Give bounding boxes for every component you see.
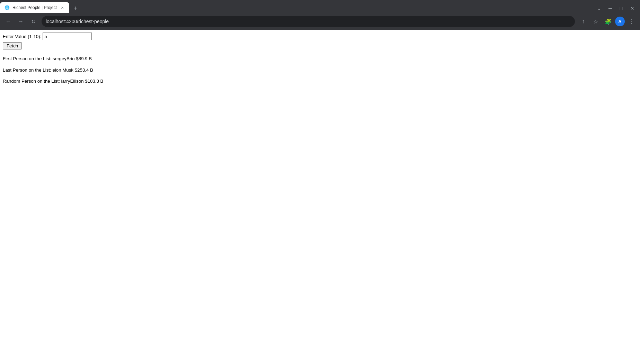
back-button[interactable]: ← [3,16,14,27]
close-window-button[interactable]: ✕ [628,3,637,13]
random-person-result: Random Person on the List: larryEllison … [3,78,637,85]
value-input[interactable] [43,33,92,40]
tab-bar-controls: ⌄ ─ □ ✕ [594,3,640,13]
active-tab[interactable]: 🌐 Richest People | Project ✕ [0,2,69,13]
dropdown-button[interactable]: ⌄ [594,3,604,13]
input-form-row: Enter Value (1-10): [3,33,637,40]
reload-button[interactable]: ↻ [28,16,39,27]
page-content: Enter Value (1-10): Fetch First Person o… [0,30,640,364]
new-tab-button[interactable]: + [71,3,80,13]
share-button[interactable]: ↑ [578,16,589,27]
minimize-button[interactable]: ─ [605,3,615,13]
tab-close-button[interactable]: ✕ [60,5,65,10]
maximize-button[interactable]: □ [616,3,626,13]
extensions-button[interactable]: 🧩 [603,16,614,27]
tab-title: Richest People | Project [12,5,57,10]
address-bar: ← → ↻ localhost:4200/richest-people ↑ ☆ … [0,13,640,30]
bookmark-button[interactable]: ☆ [590,16,601,27]
forward-button[interactable]: → [15,16,26,27]
address-bar-right-controls: ↑ ☆ 🧩 A ⋮ [578,16,637,27]
profile-button[interactable]: A [615,17,625,26]
last-person-result: Last Person on the List: elon Musk $253.… [3,67,637,74]
browser-window: 🌐 Richest People | Project ✕ + ⌄ ─ □ ✕ ←… [0,0,640,364]
first-person-result: First Person on the List: sergeyBrin $89… [3,56,637,62]
tab-favicon: 🌐 [4,5,10,10]
url-text: localhost:4200/richest-people [46,19,571,24]
fetch-button[interactable]: Fetch [3,42,22,49]
url-bar[interactable]: localhost:4200/richest-people [42,16,575,27]
menu-button[interactable]: ⋮ [626,16,637,27]
tab-bar: 🌐 Richest People | Project ✕ + ⌄ ─ □ ✕ [0,0,640,13]
input-label: Enter Value (1-10): [3,34,41,39]
